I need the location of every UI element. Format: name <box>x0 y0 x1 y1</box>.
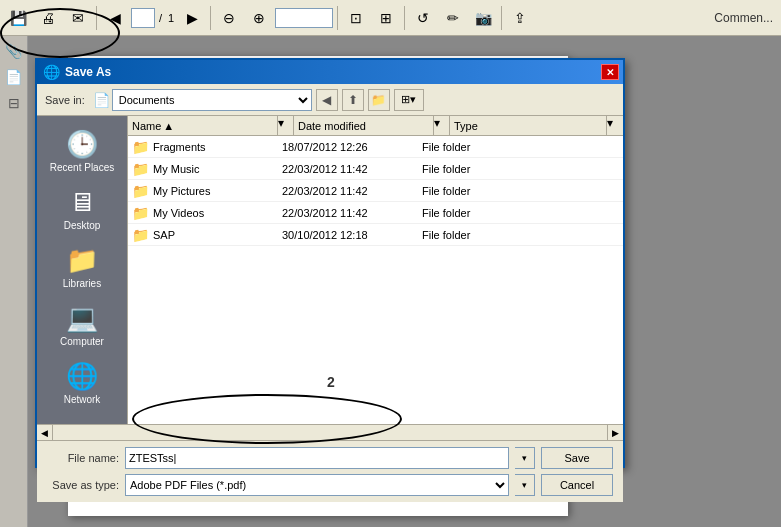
dialog-close-button[interactable]: ✕ <box>601 64 619 80</box>
nav-item-network-label: Network <box>64 394 101 405</box>
desktop-icon: 🖥 <box>69 187 95 218</box>
nav-item-libraries-label: Libraries <box>63 278 101 289</box>
nav-item-recent[interactable]: 🕒 Recent Places <box>42 124 122 178</box>
dialog-title-icon: 🌐 <box>43 64 60 80</box>
computer-icon: 💻 <box>66 303 98 334</box>
col-resize-2: ▾ <box>434 116 450 135</box>
dialog-title-left: 🌐 Save As <box>43 64 111 80</box>
table-row[interactable]: 📁My Music 22/03/2012 11:42 File folder <box>128 158 623 180</box>
filename-row: File name: ▾ Save <box>47 447 613 469</box>
save-button[interactable]: Save <box>541 447 613 469</box>
create-folder-btn[interactable]: 📁 <box>368 89 390 111</box>
nav-back-btn[interactable]: ◀ <box>316 89 338 111</box>
network-icon: 🌐 <box>66 361 98 392</box>
save-in-label: Save in: <box>45 94 85 106</box>
save-dialog: 🌐 Save As ✕ Save in: 📄 Documents ◀ ⬆ 📁 ⊞… <box>35 58 625 468</box>
folder-icon: 📁 <box>132 161 149 177</box>
table-row[interactable]: 📁Fragments 18/07/2012 12:26 File folder <box>128 136 623 158</box>
col-header-date[interactable]: Date modified <box>294 116 434 135</box>
annotation-number-2: 2 <box>327 374 335 390</box>
nav-item-desktop-label: Desktop <box>64 220 101 231</box>
nav-item-network[interactable]: 🌐 Network <box>42 356 122 410</box>
cancel-button[interactable]: Cancel <box>541 474 613 496</box>
table-row[interactable]: 📁My Videos 22/03/2012 11:42 File folder <box>128 202 623 224</box>
view-options-btn[interactable]: ⊞▾ <box>394 89 424 111</box>
saveas-dropdown-btn[interactable]: ▾ <box>515 474 535 496</box>
filelist-header: Name ▲ ▾ Date modified ▾ Type ▾ <box>128 116 623 136</box>
hscroll-right-btn[interactable]: ▶ <box>607 425 623 441</box>
dialog-hscrollbar: ◀ ▶ <box>37 424 623 440</box>
libraries-icon: 📁 <box>66 245 98 276</box>
saveas-select[interactable]: Adobe PDF Files (*.pdf) <box>125 474 509 496</box>
dialog-bottom: File name: ▾ Save Save as type: Adobe PD… <box>37 440 623 502</box>
col-resize-1: ▾ <box>278 116 294 135</box>
folder-icon: 📁 <box>132 205 149 221</box>
table-row[interactable]: 📁My Pictures 22/03/2012 11:42 File folde… <box>128 180 623 202</box>
nav-item-libraries[interactable]: 📁 Libraries <box>42 240 122 294</box>
filename-label: File name: <box>47 452 119 464</box>
filename-input[interactable] <box>125 447 509 469</box>
saveas-row: Save as type: Adobe PDF Files (*.pdf) ▾ … <box>47 474 613 496</box>
nav-item-computer-label: Computer <box>60 336 104 347</box>
dialog-filelist: Name ▲ ▾ Date modified ▾ Type ▾ 📁Fragmen <box>127 116 623 424</box>
folder-icon: 📁 <box>132 139 149 155</box>
col-header-type[interactable]: Type <box>450 116 607 135</box>
nav-up-btn[interactable]: ⬆ <box>342 89 364 111</box>
nav-item-desktop[interactable]: 🖥 Desktop <box>42 182 122 236</box>
hscroll-left-btn[interactable]: ◀ <box>37 425 53 441</box>
dialog-title-text: Save As <box>65 65 111 79</box>
col-header-name[interactable]: Name ▲ <box>128 116 278 135</box>
nav-item-computer[interactable]: 💻 Computer <box>42 298 122 352</box>
dialog-titlebar: 🌐 Save As ✕ <box>37 60 623 84</box>
folder-icon: 📁 <box>132 183 149 199</box>
saveas-label: Save as type: <box>47 479 119 491</box>
hscroll-track[interactable] <box>53 425 607 440</box>
folder-icon: 📁 <box>132 227 149 243</box>
nav-item-recent-label: Recent Places <box>50 162 114 173</box>
dialog-toolbar: Save in: 📄 Documents ◀ ⬆ 📁 ⊞▾ <box>37 84 623 116</box>
annotation-circle-1 <box>0 8 120 58</box>
filename-dropdown-btn[interactable]: ▾ <box>515 447 535 469</box>
dialog-leftnav: 🕒 Recent Places 🖥 Desktop 📁 Libraries 💻 … <box>37 116 127 424</box>
col-resize-3: ▾ <box>607 116 623 135</box>
table-row[interactable]: 📁SAP 30/10/2012 12:18 File folder <box>128 224 623 246</box>
dialog-overlay: 🌐 Save As ✕ Save in: 📄 Documents ◀ ⬆ 📁 ⊞… <box>0 0 781 527</box>
location-select[interactable]: Documents <box>112 89 312 111</box>
recent-places-icon: 🕒 <box>66 129 98 160</box>
